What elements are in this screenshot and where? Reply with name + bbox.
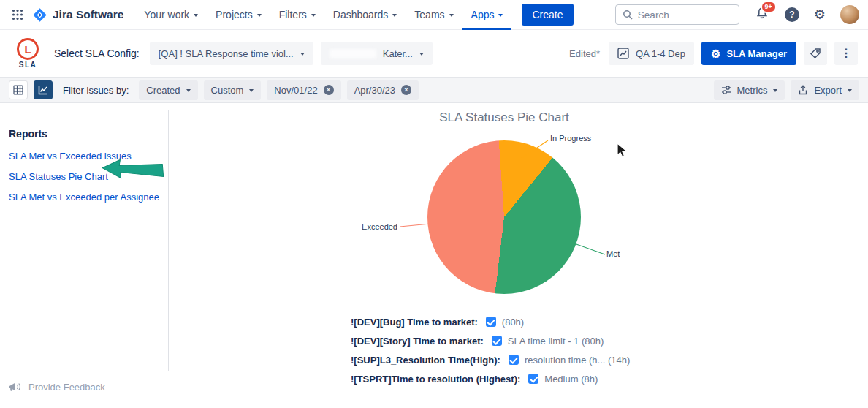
help-button[interactable]: ? bbox=[785, 7, 799, 22]
gear-icon: ⚙ bbox=[711, 48, 720, 59]
sla-row-label: ![DEV][Story] Time to market: bbox=[351, 336, 484, 347]
close-icon[interactable]: ✕ bbox=[401, 85, 411, 95]
nav-filters[interactable]: Filters bbox=[270, 0, 324, 30]
sla-row: ![TSPRT]Time to resolution (Highest): Me… bbox=[351, 371, 630, 386]
pie-label-exceeded: Exceeded bbox=[361, 222, 397, 231]
nav-label: Apps bbox=[471, 9, 495, 20]
metrics-button[interactable]: Metrics bbox=[714, 80, 785, 100]
chevron-down-icon bbox=[848, 89, 852, 92]
custom-value: Custom bbox=[211, 85, 244, 96]
sidebar-item-statuses-pie-chart[interactable]: SLA Statuses Pie Chart bbox=[9, 171, 168, 182]
sidebar-divider bbox=[168, 110, 169, 371]
qa-dep-button[interactable]: QA 1-4 Dep bbox=[609, 42, 694, 65]
nav-your-work[interactable]: Your work bbox=[135, 0, 207, 30]
select-sla-config-label: Select SLA Config: bbox=[54, 48, 140, 59]
sla-row-value: (80h) bbox=[502, 317, 524, 328]
jira-sla-page: Jira Software Your work Projects Filters… bbox=[0, 0, 868, 408]
project-dropdown[interactable]: Kater... bbox=[321, 42, 433, 65]
sla-row-value: resolution time (h... (14h) bbox=[525, 355, 631, 366]
user-avatar[interactable] bbox=[840, 5, 859, 24]
sliders-icon bbox=[721, 85, 731, 95]
chevron-down-icon bbox=[194, 14, 198, 17]
jira-diamond-icon bbox=[32, 7, 47, 23]
sla-row: ![DEV][Story] Time to market: SLA time l… bbox=[351, 333, 630, 348]
checkbox-checked[interactable] bbox=[492, 336, 502, 346]
checkbox-checked[interactable] bbox=[486, 317, 496, 327]
chevron-down-icon bbox=[419, 53, 424, 56]
redacted-text bbox=[330, 49, 376, 58]
provide-feedback-link[interactable]: Provide Feedback bbox=[9, 382, 105, 393]
nav-label: Teams bbox=[414, 9, 444, 20]
pie-chart[interactable] bbox=[427, 140, 581, 294]
sla-config-value: [QA] ! SLA Response time viol... bbox=[159, 48, 294, 59]
tag-button[interactable] bbox=[804, 42, 827, 65]
export-button[interactable]: Export bbox=[791, 80, 859, 100]
settings-gear-icon[interactable]: ⚙ bbox=[814, 8, 826, 21]
sla-row: ![DEV][Bug] Time to market: (80h) bbox=[351, 314, 630, 329]
content-area: Reports SLA Met vs Exceeded issues SLA S… bbox=[0, 103, 868, 407]
checkbox-checked[interactable] bbox=[509, 355, 519, 365]
chevron-down-icon bbox=[773, 89, 777, 92]
sla-row-value: Medium (8h) bbox=[544, 374, 598, 385]
metrics-label: Metrics bbox=[737, 85, 768, 96]
app-switcher-button[interactable] bbox=[9, 6, 26, 23]
export-label: Export bbox=[814, 85, 842, 96]
sidebar-item-met-vs-exceeded[interactable]: SLA Met vs Exceeded issues bbox=[9, 151, 168, 162]
sla-row-label: ![SUP]L3_Resolution Time(High): bbox=[351, 355, 500, 366]
search-box[interactable] bbox=[615, 4, 739, 25]
filter-bar: Filter issues by: Created Custom Nov/01/… bbox=[0, 77, 868, 103]
sla-logo-text: SLA bbox=[19, 61, 37, 69]
sla-config-dropdown[interactable]: [QA] ! SLA Response time viol... bbox=[150, 42, 313, 65]
date-from-value: Nov/01/22 bbox=[274, 85, 317, 96]
nav-label: Your work bbox=[144, 9, 189, 20]
sla-stopwatch-icon: L bbox=[17, 38, 39, 60]
brand-name: Jira Software bbox=[53, 8, 123, 21]
nav-projects[interactable]: Projects bbox=[207, 0, 270, 30]
grid-dots-icon bbox=[12, 9, 23, 20]
created-dropdown[interactable]: Created bbox=[139, 80, 197, 100]
nav-teams[interactable]: Teams bbox=[406, 0, 462, 30]
close-icon[interactable]: ✕ bbox=[324, 85, 334, 95]
reports-sidebar: Reports SLA Met vs Exceeded issues SLA S… bbox=[0, 103, 168, 407]
chart-icon bbox=[38, 85, 48, 95]
sla-manager-label: SLA Manager bbox=[726, 48, 787, 59]
chart-title: SLA Statuses Pie Chart bbox=[395, 110, 614, 125]
qa-dep-label: QA 1-4 Dep bbox=[636, 48, 685, 59]
kebab-icon: ⋮ bbox=[840, 48, 852, 59]
pie-label-in-progress: In Progress bbox=[550, 134, 591, 143]
sla-logo-letter: L bbox=[24, 43, 31, 56]
create-button[interactable]: Create bbox=[522, 4, 573, 26]
more-options-button[interactable]: ⋮ bbox=[834, 42, 858, 65]
search-input[interactable] bbox=[638, 10, 718, 20]
sla-row-label: ![TSPRT]Time to resolution (Highest): bbox=[351, 374, 520, 385]
chevron-down-icon bbox=[498, 14, 503, 17]
sla-row: ![SUP]L3_Resolution Time(High): resoluti… bbox=[351, 352, 630, 367]
line-chart-icon bbox=[617, 48, 629, 59]
notifications-button[interactable]: 9+ bbox=[755, 7, 769, 23]
created-value: Created bbox=[146, 85, 180, 96]
edited-indicator: Edited* bbox=[569, 48, 600, 59]
notification-badge: 9+ bbox=[761, 1, 777, 13]
date-from-chip[interactable]: Nov/01/22 ✕ bbox=[267, 80, 340, 100]
nav-label: Projects bbox=[216, 9, 253, 20]
primary-nav: Your work Projects Filters Dashboards Te… bbox=[135, 0, 511, 30]
sidebar-item-met-vs-exceeded-assignee[interactable]: SLA Met vs Exceeded per Assignee bbox=[9, 192, 168, 203]
chevron-down-icon bbox=[257, 14, 262, 17]
nav-apps[interactable]: Apps bbox=[462, 0, 512, 30]
sla-manager-button[interactable]: ⚙ SLA Manager bbox=[701, 42, 796, 65]
sla-row-value: SLA time limit - 1 (80h) bbox=[508, 336, 604, 347]
table-view-toggle[interactable] bbox=[9, 80, 28, 99]
chart-view-toggle[interactable] bbox=[34, 80, 53, 99]
pie-label-met: Met bbox=[606, 249, 620, 258]
chevron-down-icon bbox=[186, 89, 191, 92]
nav-dashboards[interactable]: Dashboards bbox=[324, 0, 406, 30]
date-to-chip[interactable]: Apr/30/23 ✕ bbox=[347, 80, 419, 100]
tag-icon bbox=[810, 48, 821, 59]
checkbox-checked[interactable] bbox=[528, 374, 538, 384]
sla-config-rows: ![DEV][Bug] Time to market: (80h) ![DEV]… bbox=[351, 314, 630, 386]
custom-range-dropdown[interactable]: Custom bbox=[204, 80, 262, 100]
search-icon bbox=[623, 10, 633, 20]
jira-home-link[interactable]: Jira Software bbox=[32, 7, 123, 23]
chevron-down-icon bbox=[300, 53, 305, 56]
feedback-label: Provide Feedback bbox=[28, 382, 105, 393]
